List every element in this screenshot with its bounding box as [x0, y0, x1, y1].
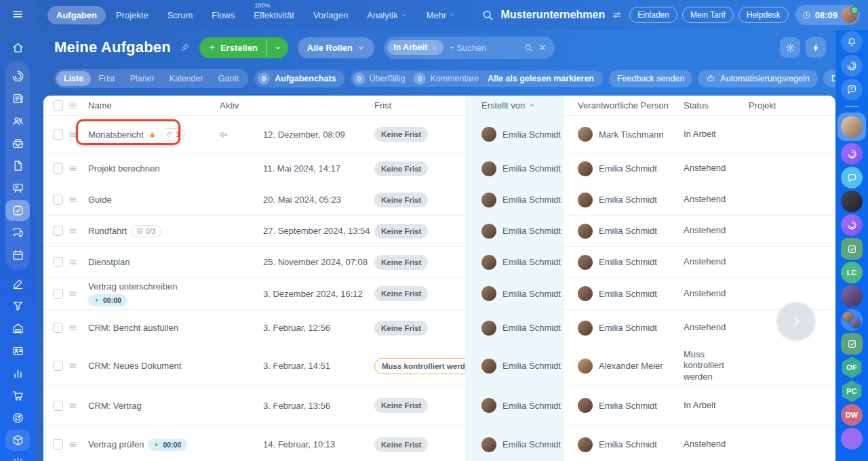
person[interactable]: Emilia Schmidt [578, 286, 657, 301]
deadline-badge[interactable]: Keine Frist [374, 255, 428, 270]
create-task-button[interactable]: Erstellen [199, 37, 288, 58]
checklist-badge[interactable]: 0/3 [131, 225, 161, 237]
deadline-badge[interactable]: Keine Frist [374, 193, 428, 207]
chat-icon[interactable] [841, 167, 863, 188]
search-icon[interactable] [481, 9, 494, 21]
deadline-badge[interactable]: Keine Frist [374, 398, 428, 413]
view-settings-button[interactable] [780, 37, 800, 58]
task-name[interactable]: CRM: Vertrag [88, 401, 142, 411]
view-tab-liste[interactable]: Liste [56, 71, 91, 86]
sidebar-item-apps[interactable] [5, 430, 30, 451]
sidebar-item-copilot[interactable] [5, 66, 30, 87]
topbar-tab-projekte[interactable]: Projekte [107, 6, 157, 24]
topbar-tab-aufgaben[interactable]: Aufgaben [47, 6, 106, 24]
drag-handle-icon[interactable] [68, 184, 85, 215]
row-checkbox[interactable] [53, 289, 63, 299]
topbar-tab-flows[interactable]: Flows [203, 6, 243, 24]
deadline-badge[interactable]: Keine Frist [374, 321, 428, 336]
chat-avatar[interactable] [841, 191, 863, 212]
topbar-tab-effektivit-t[interactable]: 100%Effektivität [245, 6, 303, 24]
sidebar-item-marketing[interactable] [5, 407, 30, 428]
task-name[interactable]: Guide [88, 195, 112, 205]
person[interactable]: Emilia Schmidt [481, 359, 561, 374]
drag-handle-icon[interactable] [68, 153, 85, 184]
view-tab-gantt[interactable]: Gantt [211, 71, 247, 86]
active-chat-item[interactable] [837, 113, 866, 141]
person[interactable]: Emilia Schmidt [481, 161, 561, 176]
person[interactable]: Emilia Schmidt [481, 193, 561, 207]
drag-handle-icon[interactable] [68, 116, 85, 153]
deadline-badge[interactable]: Keine Frist [374, 224, 428, 239]
copilot-button[interactable] [841, 55, 863, 77]
column-header-verantwortliche-person[interactable]: Verantwortliche Person [564, 100, 674, 111]
person[interactable]: Alexander Meier [578, 359, 663, 374]
copilot-chat-icon[interactable] [841, 143, 863, 165]
topbar-button-helpdesk[interactable]: Helpdesk [738, 7, 789, 23]
table-row[interactable]: CRM: Vertrag3. Februar, 13:56Keine Frist… [43, 385, 835, 425]
company-name[interactable]: Musterunternehmen [500, 9, 605, 21]
topbar-button-mein-tarif[interactable]: Mein Tarif [682, 7, 734, 23]
person[interactable]: Emilia Schmidt [481, 398, 561, 413]
pin-icon[interactable] [180, 43, 190, 52]
task-name[interactable]: Rundfahrt [88, 226, 127, 236]
play-icon[interactable] [94, 296, 100, 304]
row-checkbox[interactable] [53, 163, 63, 174]
company-settings-icon[interactable] [612, 9, 623, 20]
chat-avatar[interactable] [841, 116, 863, 138]
view-tab-kalender[interactable]: Kalender [162, 71, 211, 86]
sidebar-item-warehouse[interactable] [5, 318, 30, 339]
expand-panel-button[interactable] [777, 302, 815, 340]
sidebar-item-crm[interactable] [5, 296, 30, 317]
sidebar-item-calendar[interactable] [5, 245, 30, 266]
column-header-projekt[interactable]: Projekt [739, 100, 835, 111]
sidebar-item-sign[interactable] [5, 273, 30, 294]
column-header-name[interactable]: Name [85, 100, 214, 111]
search-icon[interactable] [524, 43, 533, 52]
remove-filter-icon[interactable] [431, 45, 437, 51]
view-tab-frist[interactable]: Frist [91, 71, 122, 86]
drag-handle-icon[interactable] [68, 386, 85, 425]
drag-handle-icon[interactable] [68, 346, 85, 385]
task-name[interactable]: CRM: Neues Dokument [88, 361, 181, 371]
view-tab-planer[interactable]: Planer [123, 71, 162, 86]
row-checkbox[interactable] [53, 226, 63, 236]
task-name[interactable]: Vertrag prüfen [88, 439, 144, 449]
sidebar-item-feed[interactable] [5, 88, 30, 109]
table-row[interactable]: Rundfahrt0/327. September 2024, 13:54Kei… [43, 215, 835, 246]
column-header-erstellt-von[interactable]: Erstellt von [465, 96, 564, 115]
person[interactable]: Emilia Schmidt [578, 255, 657, 270]
row-checkbox[interactable] [53, 195, 63, 205]
row-checkbox[interactable] [53, 323, 63, 333]
chat-badge-dw[interactable]: DW [841, 404, 863, 426]
bell-button[interactable] [841, 31, 863, 53]
person[interactable]: Emilia Schmidt [578, 161, 657, 176]
counter-kommentare[interactable]: 0Kommentare [414, 73, 479, 85]
person[interactable]: Emilia Schmidt [578, 224, 657, 239]
table-row[interactable]: Projekt berechnen11. Mai 2024, 14:17Kein… [43, 153, 835, 184]
topbar-button-einladen[interactable]: Einladen [629, 7, 677, 23]
drag-handle-icon[interactable] [68, 426, 85, 461]
column-header-status[interactable]: Status [674, 100, 739, 111]
timer-badge[interactable]: 00:00 [88, 294, 127, 306]
sidebar-item-analytics[interactable] [5, 363, 30, 384]
automation-rules-button[interactable]: Automatisierungsregeln [698, 70, 817, 87]
person[interactable]: Emilia Schmidt [578, 437, 657, 452]
deadline-badge[interactable]: Keine Frist [374, 127, 428, 142]
sidebar-item-tasks[interactable] [5, 200, 30, 221]
row-checkbox[interactable] [53, 439, 63, 449]
table-row[interactable]: Vertrag prüfen00:0014. Februar, 10:13Kei… [43, 425, 835, 461]
task-name[interactable]: Monatsbericht [88, 129, 144, 140]
topbar-tab-analytik[interactable]: Analytik [358, 6, 416, 24]
roles-filter-button[interactable]: Alle Rollen [298, 37, 374, 58]
row-checkbox[interactable] [53, 401, 63, 411]
task-name[interactable]: Vertrag unterschreiben [88, 281, 178, 292]
sidebar-item-documents[interactable] [5, 155, 30, 176]
chat-badge-misc[interactable] [841, 428, 863, 449]
mark-all-read-button[interactable]: Alle als gelesen markieren [488, 74, 594, 83]
chat-lines-button[interactable] [841, 79, 863, 100]
table-row[interactable]: Guide20. Mai 2024, 05:23Keine FristEmili… [43, 184, 835, 215]
sidebar-item-inbox[interactable] [5, 133, 30, 154]
quick-actions-button[interactable] [806, 37, 826, 58]
person[interactable]: Emilia Schmidt [481, 286, 561, 301]
dark-design-button[interactable]: Dunkles Design der Wissensbasis [823, 70, 835, 87]
